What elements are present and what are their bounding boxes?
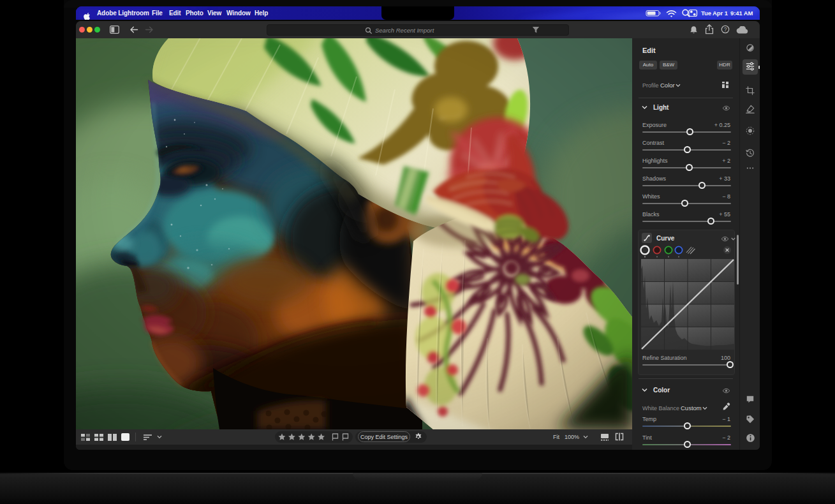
svg-text:?: ? — [724, 26, 727, 33]
